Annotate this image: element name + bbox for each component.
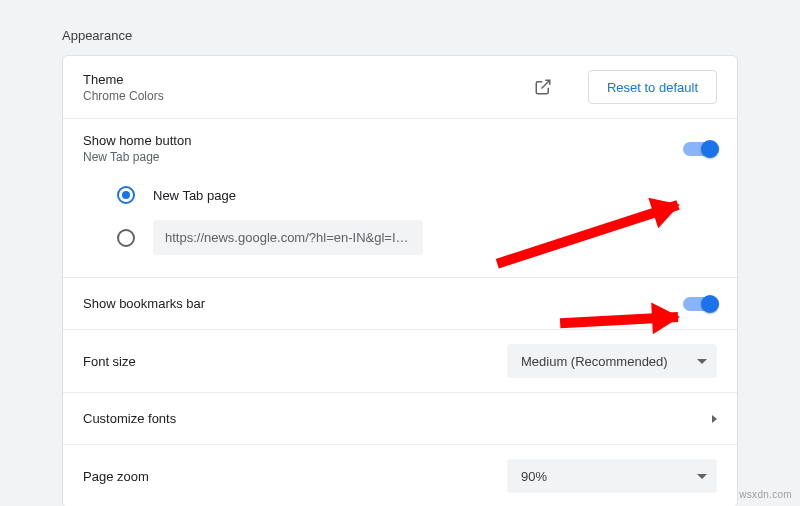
- radio-icon[interactable]: [117, 186, 135, 204]
- page-zoom-value: 90%: [521, 469, 547, 484]
- theme-sub: Chrome Colors: [83, 89, 526, 103]
- watermark: wsxdn.com: [739, 489, 792, 500]
- customize-fonts-row[interactable]: Customize fonts: [63, 392, 737, 444]
- customize-fonts-title: Customize fonts: [83, 411, 176, 426]
- font-size-title: Font size: [83, 354, 136, 369]
- chevron-down-icon: [697, 474, 707, 479]
- page-zoom-dropdown[interactable]: 90%: [507, 459, 717, 493]
- show-home-sub: New Tab page: [83, 150, 683, 164]
- bookmarks-bar-title: Show bookmarks bar: [83, 296, 205, 311]
- radio-icon[interactable]: [117, 229, 135, 247]
- page-zoom-row: Page zoom 90%: [63, 444, 737, 506]
- open-external-icon[interactable]: [526, 70, 560, 104]
- home-url-input[interactable]: https://news.google.com/?hl=en-IN&gl=IN&…: [153, 220, 423, 255]
- chevron-right-icon: [712, 415, 717, 423]
- reset-theme-button[interactable]: Reset to default: [588, 70, 717, 104]
- home-option-newtab[interactable]: New Tab page: [83, 178, 717, 212]
- bookmarks-bar-toggle[interactable]: [683, 297, 717, 311]
- theme-title: Theme: [83, 72, 526, 87]
- chevron-down-icon: [697, 359, 707, 364]
- page-zoom-title: Page zoom: [83, 469, 149, 484]
- show-home-row: Show home button New Tab page: [63, 118, 737, 178]
- font-size-row: Font size Medium (Recommended): [63, 329, 737, 392]
- font-size-value: Medium (Recommended): [521, 354, 668, 369]
- home-option-newtab-label: New Tab page: [153, 188, 236, 203]
- show-home-toggle[interactable]: [683, 142, 717, 156]
- appearance-card: Theme Chrome Colors Reset to default Sho…: [62, 55, 738, 506]
- section-heading: Appearance: [62, 28, 738, 43]
- font-size-dropdown[interactable]: Medium (Recommended): [507, 344, 717, 378]
- show-home-title: Show home button: [83, 133, 683, 148]
- theme-row[interactable]: Theme Chrome Colors Reset to default: [63, 56, 737, 118]
- home-radio-group: New Tab page https://news.google.com/?hl…: [63, 178, 737, 277]
